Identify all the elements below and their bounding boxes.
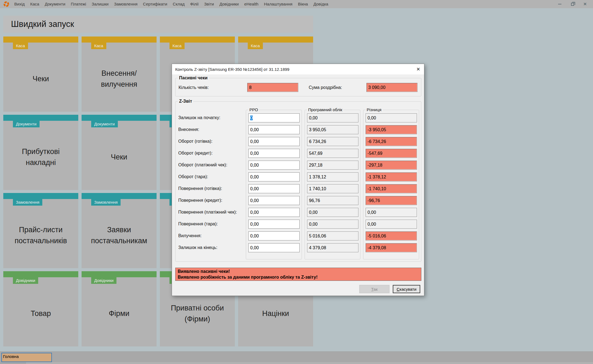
menu-item[interactable]: Сертифікати [140, 0, 170, 8]
menu-item[interactable]: Замовлення [111, 0, 140, 8]
accounting-value-field: 0,00 [307, 208, 358, 217]
quick-launch-tile[interactable]: Документи Чеки [82, 115, 157, 190]
difference-value-field: 0,00 [366, 113, 417, 122]
tile-category-strip [3, 37, 78, 43]
tile-category-strip [82, 193, 157, 199]
ok-button[interactable]: Так [359, 285, 389, 293]
difference-value-field: -297,18 [366, 161, 417, 170]
menu-item[interactable]: Вікна [295, 0, 311, 8]
menu-item[interactable]: Каса [27, 0, 42, 8]
zreport-row-label: Залишок на кінець: [178, 243, 246, 252]
menu-item[interactable]: Склад [170, 0, 187, 8]
rro-value-field[interactable]: 0,00 [248, 161, 300, 170]
dialog-close-icon[interactable]: ✕ [416, 64, 420, 74]
quick-launch-tile[interactable]: Довідники Товар [3, 271, 78, 346]
warning-message-box: Виявлено пасивні чеки! Виявлено розбіжні… [175, 268, 421, 281]
menu-item[interactable]: Залишки [89, 0, 112, 8]
close-icon[interactable]: ✕ [579, 0, 591, 8]
rro-value-field[interactable]: 0,00 [248, 137, 300, 146]
rro-value-field[interactable]: 0,00 [248, 196, 300, 205]
zreport-row-label: Внесення: [178, 125, 246, 134]
menu-item[interactable]: Документи [42, 0, 68, 8]
dialog-body: Пасивні чеки Кількість чеків: 8 Сума роз… [172, 78, 424, 300]
tile-category-strip [238, 37, 313, 43]
dialog-title: Контроль Z-звіту [Samsung ER-350 №123456… [175, 67, 289, 72]
zreport-row-label: Оборот (кредит): [178, 149, 246, 158]
rro-value-field[interactable]: 0,00 [248, 208, 300, 217]
accounting-value-field: 3 950,05 [307, 125, 358, 134]
rro-value-field[interactable]: 0,00 [248, 243, 300, 252]
zreport-group: Z-Звіт Залишок на початку:Внесення:Оборо… [175, 101, 421, 262]
column-rro-title: РРО [248, 107, 259, 112]
zreport-row-labels: Залишок на початку:Внесення:Оборот (готі… [178, 113, 246, 252]
quick-launch-tile[interactable]: Каса Чеки [3, 37, 78, 112]
tile-category-tag: Каса [248, 43, 263, 49]
app-logo-icon [3, 1, 9, 7]
rro-value-field[interactable]: 0,00 [248, 149, 300, 158]
tile-category-tag: Замовлення [13, 199, 42, 206]
tile-label: Фірми [85, 284, 153, 343]
zreport-row-label: Залишок на початку: [178, 113, 246, 122]
accounting-value-field: 96,76 [307, 196, 358, 205]
quick-launch-header: Швидкий запуск [3, 16, 313, 33]
rro-value-field[interactable]: 0,00 [248, 220, 300, 229]
zreport-group-title: Z-Звіт [178, 99, 193, 104]
menu-item[interactable]: Платежі [68, 0, 89, 8]
accounting-value-field: 547,69 [307, 149, 358, 158]
tile-label: Товар [7, 284, 75, 343]
menu-item[interactable]: Довідники [217, 0, 241, 8]
rro-value-field[interactable]: 0,00 [248, 125, 300, 134]
tile-category-strip [82, 37, 157, 43]
menu-item[interactable]: Довідка [311, 0, 331, 8]
zreport-row-label: Повернення (платіжний чек): [178, 208, 246, 217]
accounting-value-field: 1 740,10 [307, 184, 358, 193]
column-difference: Різниця 0,00-3 950,05-6 734,26-547,69-29… [363, 110, 419, 259]
zreport-row-label: Оборот (готівка): [178, 137, 246, 146]
dialog-buttons: ТакСкасувати [175, 285, 421, 293]
difference-value-field: -5 016,06 [366, 231, 417, 240]
column-accounting: Програмний облік 0,003 950,056 734,26547… [305, 110, 360, 259]
menu-item[interactable]: Вихід [12, 0, 27, 8]
zreport-control-dialog: Контроль Z-звіту [Samsung ER-350 №123456… [172, 64, 424, 296]
column-accounting-title: Програмний облік [307, 107, 343, 112]
tile-category-tag: Каса [169, 43, 185, 49]
checks-count-label: Кількість чеків: [179, 83, 209, 92]
zreport-row-label: Оборот (платіжний чек): [178, 160, 246, 169]
menu-item[interactable]: Філії [187, 0, 201, 8]
zreport-row-label: Повернення (тара): [178, 219, 246, 228]
page-title: Швидкий запуск [11, 19, 74, 29]
zreport-row-label: Повернення (кредит): [178, 196, 246, 205]
column-difference-title: Різниця [366, 107, 383, 112]
app-titlebar: ВихідКасаДокументиПлатежіЗалишкиЗамовлен… [0, 0, 593, 8]
difference-value-field: -1 378,12 [366, 172, 417, 181]
quick-launch-tile[interactable]: Каса Внесення/вилучення [82, 37, 157, 112]
quick-launch-tile[interactable]: Замовлення Заявки постачальникам [82, 193, 157, 268]
menu-item[interactable]: eHealth [241, 0, 261, 8]
accounting-value-field: 297,18 [307, 161, 358, 170]
rro-value-field[interactable]: 0,00 [248, 172, 300, 181]
warning-line-2: Виявлено розбіжність за даними програмно… [178, 274, 419, 280]
menu-item[interactable]: Звіти [201, 0, 217, 8]
restore-icon[interactable] [566, 0, 579, 8]
tile-category-tag: Документи [91, 121, 118, 127]
quick-launch-tile[interactable]: Довідники Фірми [82, 271, 157, 346]
tile-category-tag: Документи [13, 121, 40, 127]
cancel-button[interactable]: Скасувати [393, 285, 420, 293]
tab-home[interactable]: Головна [1, 353, 52, 362]
minimize-icon[interactable] [553, 0, 566, 8]
accounting-value-field: 0,00 [307, 113, 358, 122]
tile-category-tag: Каса [91, 43, 106, 49]
tile-label: Прибуткові накладні [7, 127, 75, 187]
rro-value-field[interactable]: 0,00 [248, 184, 300, 193]
rro-value-field[interactable]: 0,00 [248, 231, 300, 240]
menu-item[interactable]: Налаштування [261, 0, 295, 8]
tile-category-tag: Замовлення [91, 199, 121, 206]
tile-label: Чеки [85, 127, 153, 187]
rro-value-field[interactable]: 0 [248, 113, 300, 122]
quick-launch-tile[interactable]: Замовлення Прайс-листи постачальників [3, 193, 78, 268]
tile-label: Внесення/вилучення [85, 49, 153, 108]
tile-category-strip [82, 271, 157, 277]
difference-value-field: -547,69 [366, 149, 417, 158]
checks-count-field: 8 [247, 83, 298, 92]
quick-launch-tile[interactable]: Документи Прибуткові накладні [3, 115, 78, 190]
